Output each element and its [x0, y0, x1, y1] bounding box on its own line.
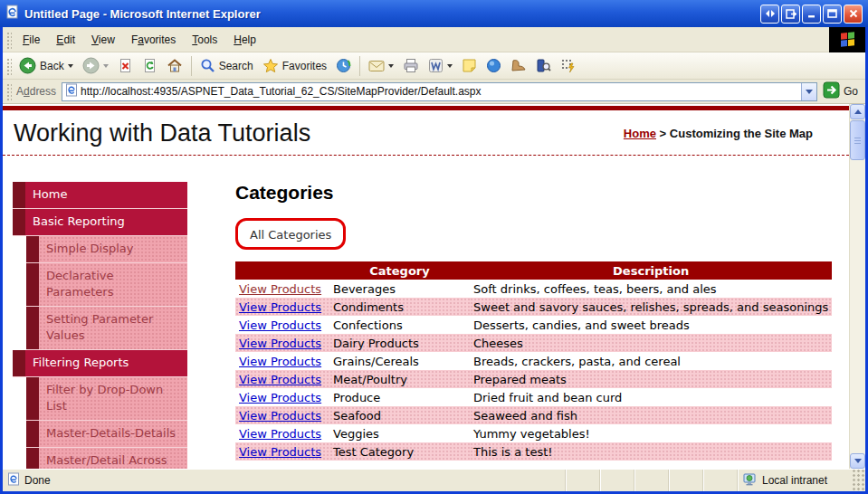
favorites-button[interactable]: Favorites	[258, 55, 331, 76]
menu-bar: File Edit View Favorites Tools Help	[3, 27, 865, 52]
sidebar-item-simple-display[interactable]: Simple Display	[26, 236, 187, 263]
messenger-button[interactable]	[482, 55, 506, 76]
refresh-button[interactable]	[138, 55, 162, 76]
category-cell: Seafood	[329, 406, 470, 424]
resize-grip[interactable]	[853, 470, 865, 491]
table-row: View ProductsMeat/PoultryPrepared meats	[235, 370, 832, 388]
title-bar[interactable]: Untitled Page - Microsoft Internet Explo…	[0, 0, 868, 27]
status-pane	[634, 470, 668, 491]
history-button[interactable]	[331, 55, 356, 76]
print-button[interactable]	[398, 55, 424, 76]
sidebar-item-master-detail-across-two-pages[interactable]: Master/Detail Across Two Pages	[26, 448, 187, 469]
view-products-link[interactable]: View Products	[239, 445, 321, 459]
view-products-link[interactable]: View Products	[239, 427, 321, 441]
link-grid-button[interactable]	[556, 55, 580, 76]
toolbar-grip[interactable]	[5, 57, 12, 75]
ie-page-icon	[5, 5, 20, 23]
description-cell: Yummy vegetables!	[470, 424, 832, 442]
toolbar-grip[interactable]	[5, 82, 12, 100]
mail-button[interactable]	[364, 57, 398, 75]
close-icon[interactable]	[844, 5, 863, 24]
dashed-divider	[3, 155, 849, 156]
view-products-link[interactable]: View Products	[239, 318, 321, 332]
table-row: View ProductsBeveragesSoft drinks, coffe…	[235, 280, 832, 298]
scrollbar-thumb[interactable]	[850, 120, 865, 160]
category-cell: Confections	[329, 316, 470, 334]
category-cell: Meat/Poultry	[329, 370, 470, 388]
description-cell: Cheeses	[470, 334, 832, 352]
status-pane	[599, 470, 634, 491]
view-products-link[interactable]: View Products	[239, 391, 321, 404]
view-products-link[interactable]: View Products	[239, 373, 321, 386]
breadcrumb-current: Customizing the Site Map	[670, 127, 813, 140]
view-products-link[interactable]: View Products	[239, 355, 321, 368]
toolbar-separator	[359, 56, 360, 76]
menu-help[interactable]: Help	[225, 30, 264, 50]
category-cell: Veggies	[329, 424, 470, 442]
go-arrow-icon	[823, 81, 840, 101]
menu-notch	[26, 307, 39, 349]
menu-file[interactable]: File	[14, 30, 48, 50]
menu-favorites[interactable]: Favorites	[123, 30, 184, 50]
back-label: Back	[40, 60, 64, 72]
menu-tools[interactable]: Tools	[184, 30, 225, 50]
menu-edit[interactable]: Edit	[48, 30, 83, 50]
annotation-highlight: All Categories	[235, 218, 346, 250]
breadcrumb: Home > Customizing the Site Map	[624, 127, 838, 140]
sidebar-item-basic-reporting[interactable]: Basic Reporting	[13, 209, 187, 236]
note-button[interactable]	[457, 55, 482, 76]
view-products-link[interactable]: View Products	[239, 300, 321, 314]
description-cell: Dried fruit and bean curd	[470, 388, 832, 406]
search-icon	[200, 58, 215, 73]
minimize-button[interactable]	[802, 5, 821, 24]
sidebar-item-master-details-details[interactable]: Master-Details-Details	[26, 421, 187, 448]
forward-button[interactable]	[78, 54, 113, 77]
sidebar-item-filtering-reports[interactable]: Filtering Reports	[13, 350, 187, 377]
window-arrows-button[interactable]	[760, 5, 779, 24]
mail-dropdown-caret[interactable]	[388, 64, 394, 68]
address-input[interactable]	[81, 84, 801, 100]
back-button[interactable]: Back	[14, 54, 78, 77]
note-icon	[462, 58, 477, 73]
status-text: Done	[24, 474, 51, 487]
sidebar-item-setting-parameter-values[interactable]: Setting Parameter Values	[26, 307, 187, 350]
view-products-link[interactable]: View Products	[239, 337, 321, 350]
edit-with-word-button[interactable]	[424, 55, 457, 76]
print-icon	[403, 58, 419, 73]
breadcrumb-separator: >	[660, 127, 667, 140]
maximize-button[interactable]	[823, 5, 842, 24]
grid-lightning-icon	[560, 58, 576, 73]
word-icon	[428, 58, 444, 73]
scroll-up-button[interactable]	[850, 104, 865, 119]
view-products-link[interactable]: View Products	[239, 282, 321, 296]
scroll-down-button[interactable]	[850, 453, 865, 469]
column-header-category: Category	[329, 261, 470, 280]
back-dropdown-caret[interactable]	[68, 64, 73, 68]
all-categories-filter[interactable]: All Categories	[250, 228, 331, 242]
search-label: Search	[219, 60, 253, 72]
boot-button[interactable]	[506, 56, 531, 75]
go-button[interactable]: Go	[817, 80, 865, 103]
search-button[interactable]: Search	[196, 55, 258, 76]
window-popout-button[interactable]	[781, 5, 800, 24]
vertical-scrollbar[interactable]	[849, 104, 865, 469]
home-button[interactable]	[162, 55, 187, 76]
edit-dropdown-caret[interactable]	[447, 64, 453, 68]
table-row: View ProductsDairy ProductsCheeses	[235, 334, 832, 352]
breadcrumb-home-link[interactable]: Home	[624, 127, 656, 140]
menu-view[interactable]: View	[83, 30, 123, 50]
sidebar-item-home[interactable]: Home	[13, 182, 187, 209]
stop-button[interactable]	[113, 55, 138, 76]
address-dropdown-button[interactable]	[801, 83, 816, 100]
browser-viewport: Working with Data Tutorials Home > Custo…	[3, 104, 865, 469]
sidebar-item-declarative-parameters[interactable]: Declarative Parameters	[26, 263, 187, 307]
toolbar-grip[interactable]	[5, 31, 12, 49]
view-products-link[interactable]: View Products	[239, 409, 321, 423]
zone-label: Local intranet	[762, 474, 827, 487]
address-field[interactable]	[62, 82, 817, 101]
page-icon	[65, 83, 78, 100]
research-button[interactable]	[531, 55, 556, 76]
table-row: View ProductsConfectionsDesserts, candie…	[235, 316, 832, 334]
category-cell: Grains/Cereals	[329, 352, 470, 370]
sidebar-item-filter-by-dropdown-list[interactable]: Filter by Drop-Down List	[26, 377, 187, 421]
